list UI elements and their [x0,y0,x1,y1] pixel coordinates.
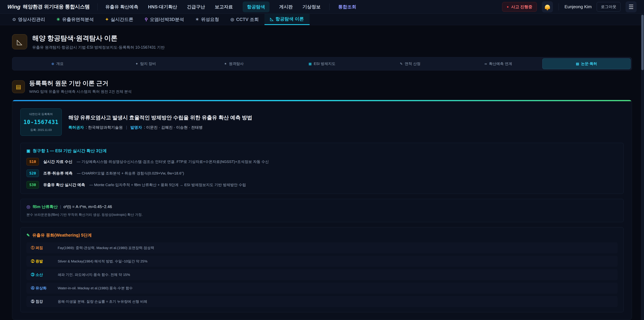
menu-item-reports[interactable]: 보고자료 [215,4,233,10]
tab-label: 원격탐사 [229,61,244,66]
magnifier-icon: ⚲ [145,17,148,22]
hamburger-menu-button[interactable]: ☰ [626,1,636,13]
weathering-step-name: ③ 소산 [31,272,58,277]
holder-label: 특허권자 [68,125,84,130]
patent-card-1: 대한민국 등록특허 10-1567431 등록: 2015.11.03 해양 유… [12,100,632,320]
weathering-step-desc: Stiver & Mackay(1984) 해석적 방법. 수일~10일간 약 … [58,259,148,264]
remote-sensing-icon: ✶ [224,62,227,66]
step-label: 유출유 확산 실시간 예측 [43,182,85,187]
incident-status-badge[interactable]: ● 사고 진행중 [502,2,537,12]
claim-heading: ▣ 청구항 1 — ESI 기반 실시간 확산 3단계 [26,148,618,154]
scroll-icon: ▤ [12,80,25,93]
sparkle-icon: ✳ [56,17,60,22]
step-code-badge: S30 [26,181,39,189]
subtab-label: 위성요청 [201,17,219,23]
card-gradient-bar [12,100,632,101]
tab-prediction-link[interactable]: ∞ 확산예측 연계 [454,58,542,69]
weathering-step-desc: Water-in-oil. Mackay et al.(1980) 풍속·수분 … [58,286,133,290]
tab-area-calculation[interactable]: ✎ 면적 산정 [366,58,454,69]
globe-icon: ⊕ [51,62,54,66]
patent-title: 해양 유류오염사고 발생시 효율적인 방제방안 수립을 위한 유출유 확산 예측… [68,114,252,121]
claim-step-s10: S10 실시간 자료 수신 — 기상예측시스템·위성영상수신시스템·검조소 인터… [26,158,618,165]
tab-label: 면적 산정 [405,61,420,66]
tab-label: 확산예측 연계 [489,61,512,66]
hamburger-icon: ☰ [628,4,634,10]
bell-icon [545,5,550,9]
user-name: Eunjeong Kim [564,4,592,10]
weathering-step-desc: 용해·미생물 분해. 질량 손실률 = 초기 누유량에 선형 비례 [58,299,147,304]
patent-number-badge: 대한민국 등록특허 10-1567431 등록: 2015.11.03 [20,108,62,136]
app-logo[interactable]: Wing 해양환경 위기대응 통합시스템 [8,3,90,10]
tab-label: ESI 방제지도 [314,61,336,66]
satellite-icon: ✦ [135,62,138,66]
weathering-row-spreading: ① 퍼짐 Fay(1969): 중력-관성력. Mackay et al.(19… [26,242,618,253]
status-badge-label: 사고 진행중 [511,4,532,10]
fbm-box: ◎ fBm 난류확산 | σ²(t) = A·t^m, m=0.45~2.46 … [20,199,624,222]
sub-navigation-bar: ⊙ 영상사진관리 ✳ 유출유면적분석 ✦ 실시간드론 ⚲ 오염/선박3D분석 ✶… [0,14,644,25]
main-menu: 유출유 확산예측 HNS·대기확산 긴급구난 보고자료 항공탐색 게시판 기상정… [105,2,356,12]
holder-value: : 한국해양과학기술원 [86,125,123,130]
nav-right-area: ● 사고 진행중 Eunjeong Kim 로그아웃 ☰ [502,1,636,13]
tab-papers-patents[interactable]: ▤ 논문·특허 [542,58,630,69]
menu-item-hns-diffusion[interactable]: HNS·대기확산 [148,4,177,10]
claim-box: ▣ 청구항 1 — ESI 기반 실시간 확산 3단계 S10 실시간 자료 수… [20,143,624,194]
divider: | [126,125,127,130]
step-code-badge: S20 [26,169,39,177]
weathering-step-desc: Fay(1969): 중력-관성력. Mackay et al.(1980) 표… [58,245,154,250]
fbm-name: fBm 난류확산 [33,204,58,209]
spiral-icon: ◎ [26,204,30,209]
menu-item-board[interactable]: 게시판 [279,4,293,10]
tab-remote-sensing[interactable]: ✶ 원격탐사 [190,58,278,69]
subtab-oil-area-analysis[interactable]: ✳ 유출유면적분석 [51,14,100,25]
scrollbar-thumb[interactable] [641,15,644,70]
map-icon: ▦ [308,62,312,66]
tab-label: 개요 [56,61,64,66]
theory-tab-bar: ⊕ 개요 ✦ 탐지 장비 ✶ 원격탐사 ▦ ESI 방제지도 ✎ 면적 산정 ∞… [12,57,632,71]
pen-icon: ✎ [26,233,30,238]
step-code-badge: S10 [26,158,39,165]
app-title: 해양환경 위기대응 통합시스템 [23,3,90,10]
subtab-image-photo-management[interactable]: ⊙ 영상사진관리 [7,14,51,25]
page-scrollbar[interactable] [641,14,644,320]
tab-label: 탐지 장비 [140,61,156,66]
weathering-row-emulsification: ④ 유상화 Water-in-oil. Mackay et al.(1980) … [26,282,618,294]
weathering-step-name: ① 퍼짐 [31,245,58,250]
step-label: 실시간 자료 수신 [43,159,72,164]
subtab-realtime-drone[interactable]: ✦ 실시간드론 [100,14,139,25]
subtab-label: 항공탐색 이론 [276,16,304,22]
weathering-step-name: ④ 유상화 [31,286,58,291]
subtab-satellite-request[interactable]: ✶ 위성요청 [190,14,225,25]
logout-button[interactable]: 로그아웃 [597,2,620,12]
weathering-box: ✎ 유출유 풍화(Weathering) 5단계 ① 퍼짐 Fay(1969):… [20,227,624,312]
step-description: — 기상예측시스템·위성영상수신시스템·검조소 인터넷 연결. FTP로 기상자… [77,159,269,164]
tab-esi-map[interactable]: ▦ ESI 방제지도 [278,58,366,69]
subtab-pollution-ship-3d[interactable]: ⚲ 오염/선박3D분석 [139,14,190,25]
logo-wing-icon: Wing [8,4,20,10]
notification-button[interactable] [542,1,553,13]
subtab-aerial-search-theory[interactable]: ◺ 항공탐색 이론 [264,14,310,25]
book-icon: ▣ [26,149,30,153]
menu-item-oil-spill-prediction[interactable]: 유출유 확산예측 [105,4,138,10]
patent-country: 대한민국 등록특허 [24,112,58,116]
patent-header: 대한민국 등록특허 10-1567431 등록: 2015.11.03 해양 유… [20,108,624,136]
subtab-cctv-view[interactable]: ◎ CCTV 조회 [225,14,264,25]
menu-item-emergency-rescue[interactable]: 긴급구난 [187,4,205,10]
status-dot-icon: ● [507,5,509,9]
weathering-row-evaporation: ② 증발 Stiver & Mackay(1984) 해석적 방법. 수일~10… [26,256,618,267]
menu-item-weather-info[interactable]: 기상정보 [302,4,321,10]
tab-detection-equipment[interactable]: ✦ 탐지 장비 [102,58,190,69]
subtab-label: 영상사진관리 [18,17,45,23]
weathering-row-sedimentation: ⑤ 침강 용해·미생물 분해. 질량 손실률 = 초기 누유량에 선형 비례 [26,296,618,307]
step-description: — Monte Carlo 입자추적 + fBm 난류확산 + 풍화 5단계 →… [90,182,246,187]
triangle-ruler-icon: ◺ [12,34,27,49]
claim-step-s30: S30 유출유 확산 실시간 예측 — Monte Carlo 입자추적 + f… [26,181,618,189]
link-icon: ∞ [484,62,487,66]
section-subtitle: WING 탑재 유출유 확산예측 시스템의 특허 원전 2건 전체 분석 [29,89,132,94]
claim-title: 청구항 1 — ESI 기반 실시간 확산 3단계 [33,148,107,154]
inventor-value: : 이문진 · 김혜진 · 이승현 · 전태병 [144,125,202,130]
section-header: ▤ 등록특허 원문 기반 이론 근거 WING 탑재 유출유 확산예측 시스템의… [12,79,632,94]
menu-item-integrated-search[interactable]: 통합조회 [338,4,356,10]
tab-overview[interactable]: ⊕ 개요 [14,58,102,69]
patent-reg-date: 등록: 2015.11.03 [24,128,58,132]
menu-item-aerial-search[interactable]: 항공탐색 [243,2,270,12]
